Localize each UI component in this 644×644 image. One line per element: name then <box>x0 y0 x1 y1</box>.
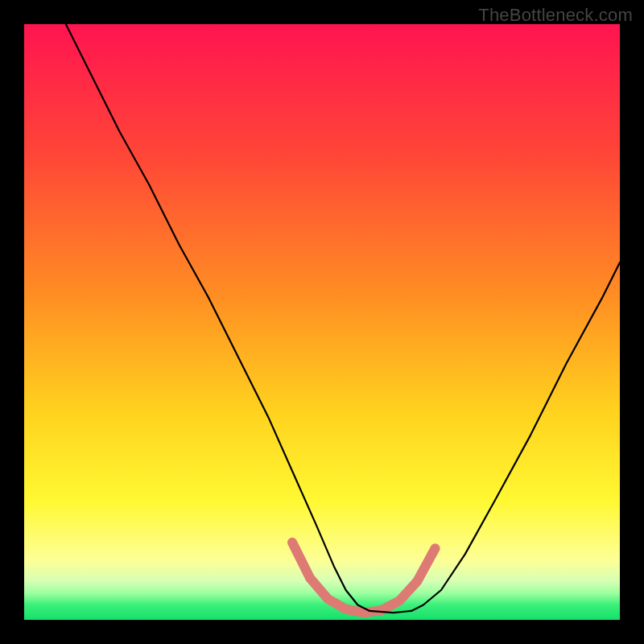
curve-layer <box>24 24 620 620</box>
bottom-band-path <box>292 543 436 613</box>
bottleneck-curve-path <box>66 24 620 613</box>
watermark-text: TheBottleneck.com <box>478 5 633 26</box>
plot-area <box>24 24 620 620</box>
chart-frame: TheBottleneck.com <box>0 0 644 644</box>
